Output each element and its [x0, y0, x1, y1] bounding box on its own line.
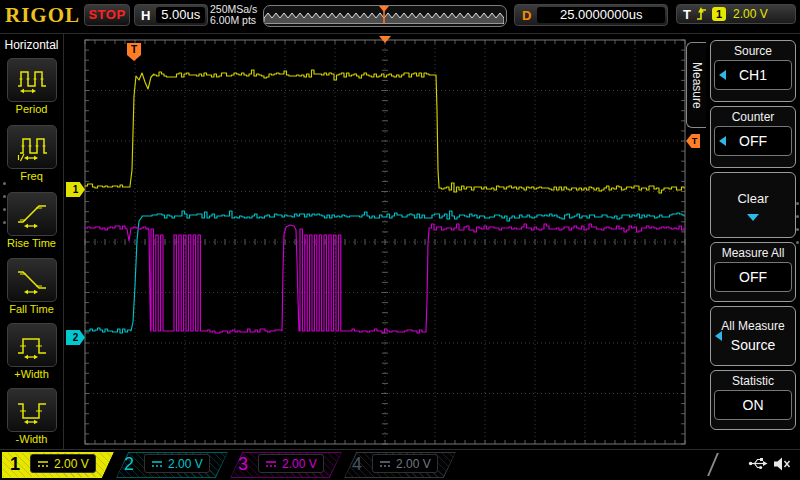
measure-tab[interactable]: Measure	[686, 42, 706, 128]
channel-4-badge[interactable]: 4 2.00 V	[344, 452, 456, 478]
channel-1-number: 1	[2, 452, 28, 478]
counter-button[interactable]: Counter OFF	[710, 106, 796, 168]
status-divider	[707, 453, 719, 476]
channel-4-scale: 2.00 V	[372, 454, 438, 473]
channel-3-scale: 2.00 V	[258, 454, 324, 473]
measure-all-value: OFF	[739, 269, 767, 285]
measure-all-button[interactable]: Measure All OFF	[710, 242, 796, 302]
expand-left-icon	[715, 331, 722, 341]
clear-button[interactable]: Clear	[710, 172, 796, 238]
channel-1-badge[interactable]: 1 2.00 V	[2, 452, 114, 478]
waveform-display	[0, 0, 800, 480]
channel-3-number: 3	[230, 452, 256, 478]
source-value: CH1	[739, 67, 767, 83]
expand-left-icon	[719, 136, 726, 146]
channel-2-badge[interactable]: 2 2.00 V	[116, 452, 228, 478]
statistic-value: ON	[743, 397, 764, 413]
measure-menu: Measure Source CH1 Counter OFF Clear Mea…	[686, 30, 800, 450]
channel-status-bar: 1 2.00 V 2 2.00 V	[0, 450, 800, 480]
dc-coupling-icon	[37, 459, 49, 469]
source-button[interactable]: Source CH1	[710, 40, 796, 102]
menu-page-dot	[796, 215, 799, 218]
channel-2-number: 2	[116, 452, 142, 478]
speaker-muted-icon	[773, 456, 792, 472]
statistic-button[interactable]: Statistic ON	[710, 370, 796, 430]
horizontal-center-marker[interactable]	[379, 36, 391, 43]
usb-icon	[748, 456, 769, 471]
menu-page-dot	[796, 202, 799, 205]
channel-2-scale: 2.00 V	[144, 454, 210, 473]
all-measure-source-button[interactable]: All Measure Source	[710, 306, 796, 366]
expand-down-icon	[747, 214, 759, 221]
expand-left-icon	[719, 70, 726, 80]
channel-4-number: 4	[344, 452, 370, 478]
dc-coupling-icon	[265, 459, 277, 469]
dc-coupling-icon	[379, 459, 391, 469]
dc-coupling-icon	[151, 459, 163, 469]
channel-3-badge[interactable]: 3 2.00 V	[230, 452, 342, 478]
oscilloscope-screen: RIGOL STOP H 5.00us 250MSa/s 6.00M pts D…	[0, 0, 800, 480]
menu-page-dot	[796, 228, 799, 231]
counter-value: OFF	[739, 133, 767, 149]
channel-1-scale: 2.00 V	[30, 454, 96, 473]
menu-page-dot	[796, 241, 799, 244]
